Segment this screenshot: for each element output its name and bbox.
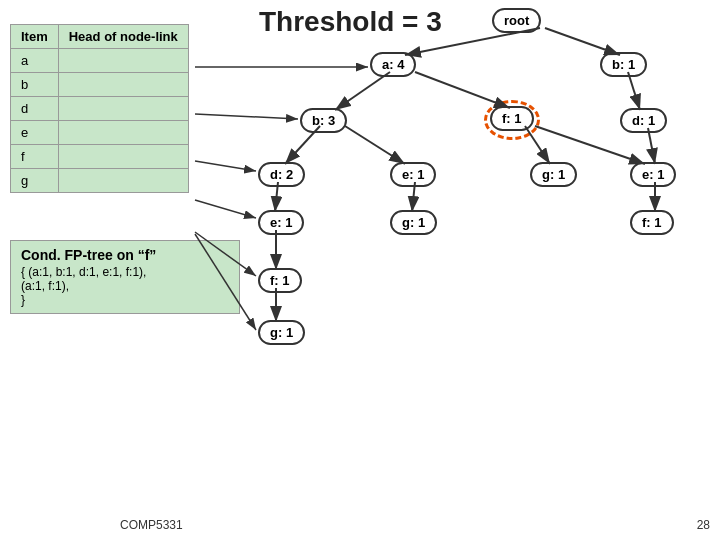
node-a4: a: 4 bbox=[370, 52, 416, 77]
item-table: Item Head of node-link a b d e f g bbox=[10, 24, 189, 193]
table-row: d bbox=[11, 97, 189, 121]
node-b3: b: 3 bbox=[300, 108, 347, 133]
page-title: Threshold = 3 bbox=[259, 6, 442, 38]
svg-line-7 bbox=[345, 126, 405, 164]
table-row: g bbox=[11, 169, 189, 193]
node-g1-mid: g: 1 bbox=[530, 162, 577, 187]
node-d1-right: d: 1 bbox=[620, 108, 667, 133]
cond-content: { (a:1, b:1, d:1, e:1, f:1), (a:1, f:1),… bbox=[21, 265, 229, 307]
node-f1-right: f: 1 bbox=[630, 210, 674, 235]
cond-fptree-box: Cond. FP-tree on “f” { (a:1, b:1, d:1, e… bbox=[10, 240, 240, 314]
node-f1-bot: f: 1 bbox=[258, 268, 302, 293]
page-number: 28 bbox=[697, 518, 710, 532]
col-link: Head of node-link bbox=[58, 25, 188, 49]
table-row: b bbox=[11, 73, 189, 97]
svg-line-17 bbox=[195, 114, 298, 119]
root-node: root bbox=[492, 8, 541, 33]
svg-line-2 bbox=[545, 28, 620, 55]
course-label: COMP5331 bbox=[120, 518, 183, 532]
svg-line-3 bbox=[335, 72, 390, 110]
cond-title: Cond. FP-tree on “f” bbox=[21, 247, 229, 263]
table-row: e bbox=[11, 121, 189, 145]
node-d2: d: 2 bbox=[258, 162, 305, 187]
svg-line-10 bbox=[648, 128, 655, 164]
col-item: Item bbox=[11, 25, 59, 49]
node-e1-right: e: 1 bbox=[630, 162, 676, 187]
node-e1-left2: e: 1 bbox=[258, 210, 304, 235]
node-e1-mid: e: 1 bbox=[390, 162, 436, 187]
svg-line-18 bbox=[195, 161, 256, 171]
table-row: f bbox=[11, 145, 189, 169]
node-b1-right: b: 1 bbox=[600, 52, 647, 77]
table-row: a bbox=[11, 49, 189, 73]
node-g1-left: g: 1 bbox=[390, 210, 437, 235]
node-g1-bot: g: 1 bbox=[258, 320, 305, 345]
dashed-highlight bbox=[484, 100, 540, 140]
svg-line-19 bbox=[195, 200, 256, 218]
svg-line-5 bbox=[628, 72, 640, 110]
